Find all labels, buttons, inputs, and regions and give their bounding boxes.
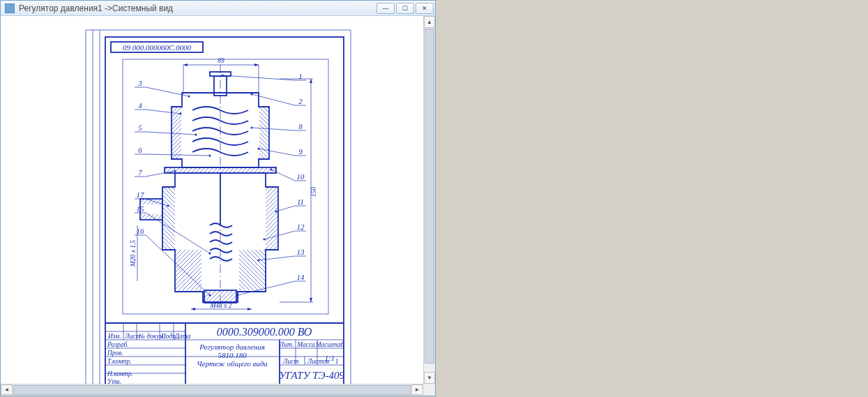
tb2-lit: Лит.	[279, 341, 294, 348]
svg-point-94	[180, 113, 182, 115]
svg-point-112	[209, 294, 211, 297]
client-area-right: 09 000.000060С.0000	[1, 16, 435, 396]
tb2-tcontr: Т.контр.	[107, 358, 132, 365]
svg-rect-70	[162, 187, 175, 250]
tb2-razrab: Разраб.	[107, 341, 129, 348]
callout-1: 1	[298, 72, 303, 80]
svg-line-129	[276, 206, 295, 211]
dim-thread1: M48 x 2	[209, 302, 231, 309]
window-drawing: Регулятор давления1 ->Системный вид — ☐ …	[0, 0, 436, 396]
close-button[interactable]: ✕	[416, 3, 434, 14]
callout-5: 5	[138, 123, 142, 132]
svg-rect-72	[175, 250, 201, 290]
tb2-listh: Лист	[124, 333, 140, 340]
assembly-schematic	[140, 65, 278, 309]
tb2-line1: Регулятор давления	[199, 343, 265, 351]
window-title: Регулятор давления1 ->Системный вид	[19, 3, 376, 13]
svg-point-130	[275, 211, 277, 213]
tb2-data: Дата	[174, 333, 191, 340]
tb2-number: 0000.309000.000 ВО	[217, 326, 312, 338]
svg-point-115	[222, 75, 224, 77]
tb2-sheets: Листов	[307, 358, 329, 365]
callout-14: 14	[297, 273, 305, 281]
tb2-org: УГАТУ ТЭ-409	[279, 370, 344, 381]
svg-rect-80	[204, 290, 236, 303]
svg-rect-65	[259, 107, 269, 159]
titlebar-right[interactable]: Регулятор давления1 ->Системный вид — ☐ …	[1, 1, 435, 16]
callout-17: 17	[137, 190, 145, 199]
svg-rect-75	[140, 199, 162, 204]
svg-point-124	[258, 148, 260, 150]
callout-3: 3	[137, 79, 142, 87]
maximize-button[interactable]: ☐	[396, 3, 414, 14]
svg-point-91	[188, 96, 190, 98]
scroll-right-button[interactable]: ►	[411, 384, 423, 395]
callout-6: 6	[138, 146, 142, 154]
dim-thread2: М20 х 1.5	[130, 240, 137, 268]
scroll-down-button[interactable]: ▼	[424, 372, 435, 384]
scroll-thumb[interactable]	[425, 29, 434, 364]
callout-7: 7	[138, 168, 142, 177]
svg-line-108	[146, 213, 210, 253]
svg-point-103	[174, 170, 176, 172]
scroll-corner	[423, 384, 435, 396]
callout-9: 9	[298, 147, 303, 156]
svg-point-139	[237, 294, 239, 297]
tb2-mass: Масса	[296, 341, 315, 348]
svg-line-102	[146, 171, 175, 177]
svg-point-136	[258, 260, 260, 262]
callout-16: 16	[137, 227, 145, 235]
minimize-button[interactable]: —	[376, 3, 395, 14]
svg-point-109	[209, 253, 211, 255]
dim-height: 150	[310, 187, 317, 197]
vscrollbar[interactable]: ▲ ▼	[423, 16, 435, 384]
hscrollbar[interactable]: ◄ ►	[1, 384, 423, 396]
svg-line-96	[146, 132, 196, 135]
svg-point-106	[167, 205, 169, 207]
tb2-ncontr: Н.контр.	[107, 370, 133, 377]
app-icon	[5, 3, 15, 13]
svg-line-126	[271, 170, 295, 181]
svg-rect-76	[140, 214, 162, 220]
drawing-title-block: Изм. Лист № докум. Подп. Дата Разраб. Пр…	[105, 323, 344, 393]
tb2-prov: Пров.	[107, 350, 123, 357]
tb2-sheet: Лист	[282, 358, 298, 365]
svg-line-120	[252, 128, 295, 130]
svg-point-118	[251, 93, 253, 96]
svg-rect-64	[172, 107, 181, 159]
callout-4: 4	[138, 101, 142, 110]
svg-point-97	[195, 134, 197, 136]
scroll-thumb-h[interactable]	[13, 385, 411, 395]
scroll-up-button[interactable]: ▲	[424, 16, 435, 28]
tb2-scale: Масштаб	[315, 341, 345, 348]
dim-width: 89	[218, 57, 224, 64]
callout-11: 11	[297, 197, 304, 206]
callout-2: 2	[298, 97, 303, 105]
tb2-line3: Чертеж общего вида	[197, 359, 268, 368]
tb2-line2: 5810.180	[218, 351, 247, 359]
svg-line-90	[146, 87, 189, 96]
svg-rect-71	[266, 187, 278, 250]
callout-8: 8	[298, 122, 303, 130]
callout-13: 13	[297, 248, 305, 256]
svg-rect-73	[239, 250, 266, 290]
scroll-left-button[interactable]: ◄	[1, 384, 13, 395]
tb2-izm: Изм.	[107, 333, 121, 340]
svg-point-121	[251, 127, 253, 129]
tb2-sheetsn: 1	[335, 358, 339, 365]
callout-10: 10	[297, 172, 305, 181]
callout-15: 15	[137, 204, 145, 213]
drawing-sheet: 09 000.000060С.0000	[1, 16, 425, 396]
callout-12: 12	[297, 223, 305, 231]
overline-number: 09 000.000060С.0000	[123, 43, 192, 52]
svg-point-127	[271, 169, 273, 171]
svg-point-100	[209, 155, 211, 157]
svg-point-133	[264, 239, 266, 241]
